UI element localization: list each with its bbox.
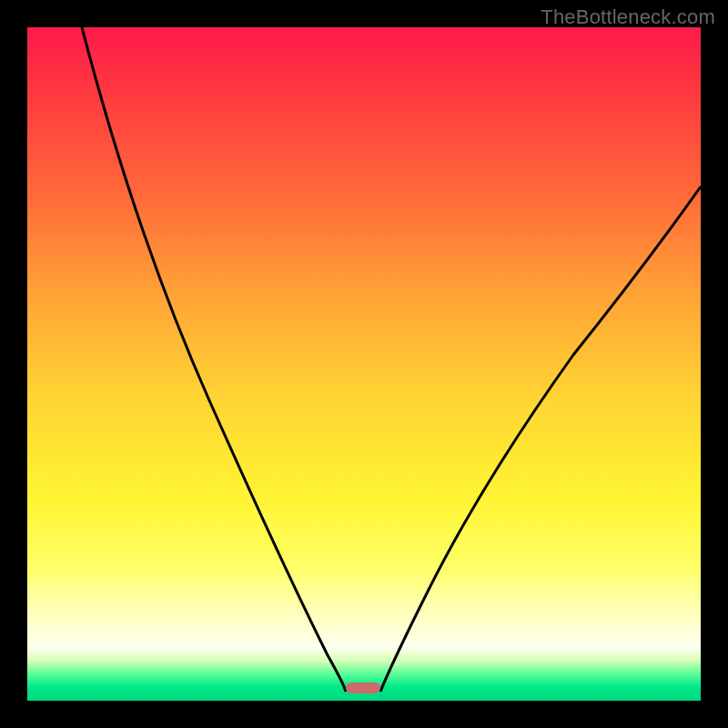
curve-layer [27, 27, 701, 701]
right-curve [380, 187, 701, 692]
bottleneck-marker [346, 682, 380, 693]
chart-area [27, 27, 701, 701]
left-curve [82, 27, 346, 692]
watermark-text: TheBottleneck.com [541, 5, 715, 29]
